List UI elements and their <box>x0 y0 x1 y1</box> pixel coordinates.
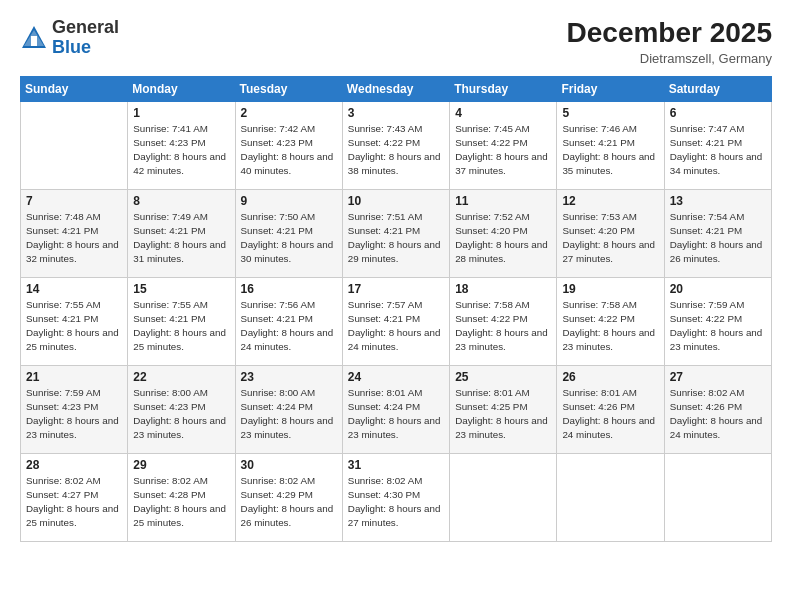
day-info: Sunrise: 7:45 AMSunset: 4:22 PMDaylight:… <box>455 122 551 179</box>
day-number: 8 <box>133 194 229 208</box>
calendar-cell: 7Sunrise: 7:48 AMSunset: 4:21 PMDaylight… <box>21 189 128 277</box>
calendar-week-row: 1Sunrise: 7:41 AMSunset: 4:23 PMDaylight… <box>21 101 772 189</box>
calendar-cell: 4Sunrise: 7:45 AMSunset: 4:22 PMDaylight… <box>450 101 557 189</box>
calendar-cell: 13Sunrise: 7:54 AMSunset: 4:21 PMDayligh… <box>664 189 771 277</box>
calendar-cell <box>557 453 664 541</box>
day-number: 25 <box>455 370 551 384</box>
day-info: Sunrise: 7:57 AMSunset: 4:21 PMDaylight:… <box>348 298 444 355</box>
day-number: 3 <box>348 106 444 120</box>
day-info: Sunrise: 7:55 AMSunset: 4:21 PMDaylight:… <box>133 298 229 355</box>
day-info: Sunrise: 7:47 AMSunset: 4:21 PMDaylight:… <box>670 122 766 179</box>
day-number: 16 <box>241 282 337 296</box>
calendar-week-row: 28Sunrise: 8:02 AMSunset: 4:27 PMDayligh… <box>21 453 772 541</box>
month-year: December 2025 <box>567 18 772 49</box>
day-info: Sunrise: 7:50 AMSunset: 4:21 PMDaylight:… <box>241 210 337 267</box>
calendar-header-row: SundayMondayTuesdayWednesdayThursdayFrid… <box>21 76 772 101</box>
weekday-header: Sunday <box>21 76 128 101</box>
day-info: Sunrise: 8:02 AMSunset: 4:28 PMDaylight:… <box>133 474 229 531</box>
calendar-cell: 24Sunrise: 8:01 AMSunset: 4:24 PMDayligh… <box>342 365 449 453</box>
day-info: Sunrise: 8:01 AMSunset: 4:25 PMDaylight:… <box>455 386 551 443</box>
calendar-cell: 29Sunrise: 8:02 AMSunset: 4:28 PMDayligh… <box>128 453 235 541</box>
calendar-cell: 12Sunrise: 7:53 AMSunset: 4:20 PMDayligh… <box>557 189 664 277</box>
day-info: Sunrise: 7:55 AMSunset: 4:21 PMDaylight:… <box>26 298 122 355</box>
calendar-cell: 9Sunrise: 7:50 AMSunset: 4:21 PMDaylight… <box>235 189 342 277</box>
calendar-cell: 2Sunrise: 7:42 AMSunset: 4:23 PMDaylight… <box>235 101 342 189</box>
day-number: 4 <box>455 106 551 120</box>
day-number: 22 <box>133 370 229 384</box>
day-number: 19 <box>562 282 658 296</box>
day-info: Sunrise: 7:59 AMSunset: 4:22 PMDaylight:… <box>670 298 766 355</box>
calendar-cell: 3Sunrise: 7:43 AMSunset: 4:22 PMDaylight… <box>342 101 449 189</box>
header: General Blue December 2025 Dietramszell,… <box>20 18 772 66</box>
day-number: 12 <box>562 194 658 208</box>
day-info: Sunrise: 7:42 AMSunset: 4:23 PMDaylight:… <box>241 122 337 179</box>
calendar-cell: 15Sunrise: 7:55 AMSunset: 4:21 PMDayligh… <box>128 277 235 365</box>
day-info: Sunrise: 7:41 AMSunset: 4:23 PMDaylight:… <box>133 122 229 179</box>
day-number: 14 <box>26 282 122 296</box>
calendar-cell: 1Sunrise: 7:41 AMSunset: 4:23 PMDaylight… <box>128 101 235 189</box>
calendar-cell: 27Sunrise: 8:02 AMSunset: 4:26 PMDayligh… <box>664 365 771 453</box>
calendar-week-row: 7Sunrise: 7:48 AMSunset: 4:21 PMDaylight… <box>21 189 772 277</box>
day-info: Sunrise: 7:52 AMSunset: 4:20 PMDaylight:… <box>455 210 551 267</box>
day-number: 5 <box>562 106 658 120</box>
weekday-header: Friday <box>557 76 664 101</box>
day-info: Sunrise: 8:02 AMSunset: 4:27 PMDaylight:… <box>26 474 122 531</box>
calendar-table: SundayMondayTuesdayWednesdayThursdayFrid… <box>20 76 772 542</box>
calendar-cell: 19Sunrise: 7:58 AMSunset: 4:22 PMDayligh… <box>557 277 664 365</box>
page: General Blue December 2025 Dietramszell,… <box>0 0 792 612</box>
calendar-cell: 28Sunrise: 8:02 AMSunset: 4:27 PMDayligh… <box>21 453 128 541</box>
weekday-header: Monday <box>128 76 235 101</box>
day-info: Sunrise: 7:46 AMSunset: 4:21 PMDaylight:… <box>562 122 658 179</box>
weekday-header: Wednesday <box>342 76 449 101</box>
day-number: 7 <box>26 194 122 208</box>
day-number: 2 <box>241 106 337 120</box>
day-info: Sunrise: 7:59 AMSunset: 4:23 PMDaylight:… <box>26 386 122 443</box>
calendar-cell: 5Sunrise: 7:46 AMSunset: 4:21 PMDaylight… <box>557 101 664 189</box>
calendar-cell: 6Sunrise: 7:47 AMSunset: 4:21 PMDaylight… <box>664 101 771 189</box>
day-info: Sunrise: 7:53 AMSunset: 4:20 PMDaylight:… <box>562 210 658 267</box>
calendar-cell: 31Sunrise: 8:02 AMSunset: 4:30 PMDayligh… <box>342 453 449 541</box>
day-number: 26 <box>562 370 658 384</box>
day-number: 29 <box>133 458 229 472</box>
calendar-cell: 8Sunrise: 7:49 AMSunset: 4:21 PMDaylight… <box>128 189 235 277</box>
calendar-week-row: 14Sunrise: 7:55 AMSunset: 4:21 PMDayligh… <box>21 277 772 365</box>
day-info: Sunrise: 7:51 AMSunset: 4:21 PMDaylight:… <box>348 210 444 267</box>
day-info: Sunrise: 8:01 AMSunset: 4:26 PMDaylight:… <box>562 386 658 443</box>
day-number: 30 <box>241 458 337 472</box>
calendar-cell: 14Sunrise: 7:55 AMSunset: 4:21 PMDayligh… <box>21 277 128 365</box>
day-number: 9 <box>241 194 337 208</box>
logo-blue: Blue <box>52 38 119 58</box>
day-number: 10 <box>348 194 444 208</box>
day-number: 23 <box>241 370 337 384</box>
calendar-cell: 16Sunrise: 7:56 AMSunset: 4:21 PMDayligh… <box>235 277 342 365</box>
day-info: Sunrise: 7:54 AMSunset: 4:21 PMDaylight:… <box>670 210 766 267</box>
logo: General Blue <box>20 18 119 58</box>
day-info: Sunrise: 7:56 AMSunset: 4:21 PMDaylight:… <box>241 298 337 355</box>
weekday-header: Thursday <box>450 76 557 101</box>
day-info: Sunrise: 7:49 AMSunset: 4:21 PMDaylight:… <box>133 210 229 267</box>
calendar-cell: 26Sunrise: 8:01 AMSunset: 4:26 PMDayligh… <box>557 365 664 453</box>
svg-rect-2 <box>31 36 37 46</box>
day-info: Sunrise: 8:02 AMSunset: 4:29 PMDaylight:… <box>241 474 337 531</box>
day-info: Sunrise: 8:00 AMSunset: 4:24 PMDaylight:… <box>241 386 337 443</box>
calendar-cell: 10Sunrise: 7:51 AMSunset: 4:21 PMDayligh… <box>342 189 449 277</box>
calendar-cell: 25Sunrise: 8:01 AMSunset: 4:25 PMDayligh… <box>450 365 557 453</box>
calendar-cell: 22Sunrise: 8:00 AMSunset: 4:23 PMDayligh… <box>128 365 235 453</box>
day-number: 6 <box>670 106 766 120</box>
calendar-cell <box>21 101 128 189</box>
day-info: Sunrise: 7:43 AMSunset: 4:22 PMDaylight:… <box>348 122 444 179</box>
day-number: 15 <box>133 282 229 296</box>
calendar-cell <box>664 453 771 541</box>
day-info: Sunrise: 8:01 AMSunset: 4:24 PMDaylight:… <box>348 386 444 443</box>
day-info: Sunrise: 7:58 AMSunset: 4:22 PMDaylight:… <box>455 298 551 355</box>
calendar-week-row: 21Sunrise: 7:59 AMSunset: 4:23 PMDayligh… <box>21 365 772 453</box>
calendar-cell: 17Sunrise: 7:57 AMSunset: 4:21 PMDayligh… <box>342 277 449 365</box>
day-info: Sunrise: 7:48 AMSunset: 4:21 PMDaylight:… <box>26 210 122 267</box>
logo-general: General <box>52 18 119 38</box>
title-block: December 2025 Dietramszell, Germany <box>567 18 772 66</box>
day-number: 31 <box>348 458 444 472</box>
day-number: 18 <box>455 282 551 296</box>
calendar-cell: 11Sunrise: 7:52 AMSunset: 4:20 PMDayligh… <box>450 189 557 277</box>
day-number: 13 <box>670 194 766 208</box>
logo-icon <box>20 24 48 52</box>
